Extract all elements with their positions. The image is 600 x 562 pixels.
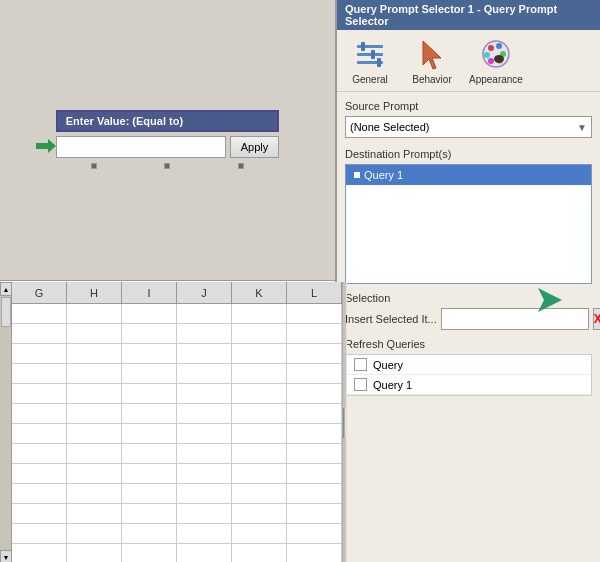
svg-point-9 xyxy=(488,45,494,51)
col-header-h: H xyxy=(67,282,122,303)
prompt-input-row: Apply xyxy=(56,136,280,158)
table-row[interactable] xyxy=(12,504,342,524)
svg-rect-2 xyxy=(357,53,383,56)
table-row[interactable] xyxy=(12,484,342,504)
list-item: Query 1 xyxy=(346,375,591,395)
general-label: General xyxy=(352,74,388,85)
svg-marker-7 xyxy=(423,41,441,69)
svg-marker-16 xyxy=(538,288,562,312)
table-row[interactable] xyxy=(12,364,342,384)
cursor-icon xyxy=(414,36,450,72)
prompt-area: Enter Value: (Equal to) Apply xyxy=(0,0,335,280)
list-item: Query xyxy=(346,355,591,375)
resize-handle-center[interactable] xyxy=(164,163,170,169)
toolbar: General Behavior xyxy=(337,30,600,92)
svg-point-13 xyxy=(488,58,494,64)
x-icon: X xyxy=(594,312,600,326)
svg-point-15 xyxy=(494,55,504,63)
scroll-up-arrow[interactable]: ▲ xyxy=(0,282,12,296)
table-row[interactable] xyxy=(12,304,342,324)
svg-rect-1 xyxy=(357,45,383,48)
table-row[interactable] xyxy=(12,544,342,562)
behavior-label: Behavior xyxy=(412,74,451,85)
toolbar-item-behavior[interactable]: Behavior xyxy=(407,36,457,85)
source-prompt-label: Source Prompt xyxy=(345,100,592,112)
selection-arrow-indicator xyxy=(538,288,562,314)
selection-input[interactable] xyxy=(441,308,589,330)
title-bar: Query Prompt Selector 1 - Query Prompt S… xyxy=(337,0,600,30)
toolbar-item-appearance[interactable]: Appearance xyxy=(469,36,523,85)
query-label-2: Query 1 xyxy=(373,379,412,391)
spreadsheet-area: G H I J K L xyxy=(12,282,342,562)
svg-marker-0 xyxy=(36,139,56,153)
col-header-j: J xyxy=(177,282,232,303)
col-header-l: L xyxy=(287,282,342,303)
query-label-1: Query xyxy=(373,359,403,371)
scroll-down-arrow[interactable]: ▼ xyxy=(0,550,12,562)
dest-list-empty xyxy=(346,185,591,265)
bullet-icon xyxy=(354,172,360,178)
refresh-queries-label: Refresh Queries xyxy=(345,338,592,350)
prompt-widget: Enter Value: (Equal to) Apply xyxy=(56,110,280,170)
destination-prompt-label: Destination Prompt(s) xyxy=(345,148,592,160)
grid-area xyxy=(12,304,342,562)
scroll-track xyxy=(0,296,11,550)
svg-point-10 xyxy=(496,43,502,49)
dropdown-arrow-icon: ▼ xyxy=(577,122,587,133)
resize-handle-left[interactable] xyxy=(91,163,97,169)
refresh-queries-list: Query Query 1 xyxy=(345,354,592,396)
destination-prompt-section: Destination Prompt(s) Query 1 xyxy=(345,148,592,284)
table-row[interactable] xyxy=(12,324,342,344)
query-checkbox-1[interactable] xyxy=(354,358,367,371)
table-row[interactable] xyxy=(12,384,342,404)
table-row[interactable] xyxy=(12,524,342,544)
table-row[interactable] xyxy=(12,464,342,484)
right-panel: Query Prompt Selector 1 - Query Prompt S… xyxy=(335,0,600,562)
refresh-section: Refresh Queries Query Query 1 xyxy=(345,338,592,396)
palette-icon xyxy=(478,36,514,72)
svg-point-14 xyxy=(484,52,490,58)
svg-rect-6 xyxy=(377,58,381,67)
sliders-icon xyxy=(352,36,388,72)
arrow-indicator xyxy=(36,139,56,155)
title-text: Query Prompt Selector 1 - Query Prompt S… xyxy=(345,3,557,27)
resize-handle-right[interactable] xyxy=(238,163,244,169)
col-header-i: I xyxy=(122,282,177,303)
list-item[interactable]: Query 1 xyxy=(346,165,591,185)
destination-prompt-list: Query 1 xyxy=(345,164,592,284)
apply-button[interactable]: Apply xyxy=(230,136,280,158)
left-scrollbar: ▲ ▼ xyxy=(0,282,12,562)
table-row[interactable] xyxy=(12,344,342,364)
scroll-thumb[interactable] xyxy=(1,297,11,327)
prompt-title: Enter Value: (Equal to) xyxy=(56,110,280,132)
col-header-k: K xyxy=(232,282,287,303)
column-headers: G H I J K L xyxy=(12,282,342,304)
toolbar-item-general[interactable]: General xyxy=(345,36,395,85)
table-row[interactable] xyxy=(12,444,342,464)
prompt-input[interactable] xyxy=(56,136,226,158)
insert-selected-label: Insert Selected It... xyxy=(345,313,437,325)
spreadsheet-with-scrollbar: ▲ ▼ G H I J K L xyxy=(0,282,342,562)
panel-content: Source Prompt (None Selected) ▼ Destinat… xyxy=(337,92,600,562)
source-prompt-value: (None Selected) xyxy=(350,121,430,133)
table-row[interactable] xyxy=(12,424,342,444)
selection-button[interactable]: X xyxy=(593,308,600,330)
col-header-g: G xyxy=(12,282,67,303)
selection-section: Selection Insert Selected It... X xyxy=(345,292,592,330)
query-checkbox-2[interactable] xyxy=(354,378,367,391)
dest-item-label: Query 1 xyxy=(364,169,403,181)
appearance-label: Appearance xyxy=(469,74,523,85)
svg-rect-5 xyxy=(371,50,375,59)
splitter-grip xyxy=(343,408,346,438)
table-row[interactable] xyxy=(12,404,342,424)
selection-row: Insert Selected It... X xyxy=(345,308,592,330)
svg-rect-4 xyxy=(361,42,365,51)
source-prompt-dropdown[interactable]: (None Selected) ▼ xyxy=(345,116,592,138)
bottom-section: ▲ ▼ G H I J K L xyxy=(0,282,335,562)
